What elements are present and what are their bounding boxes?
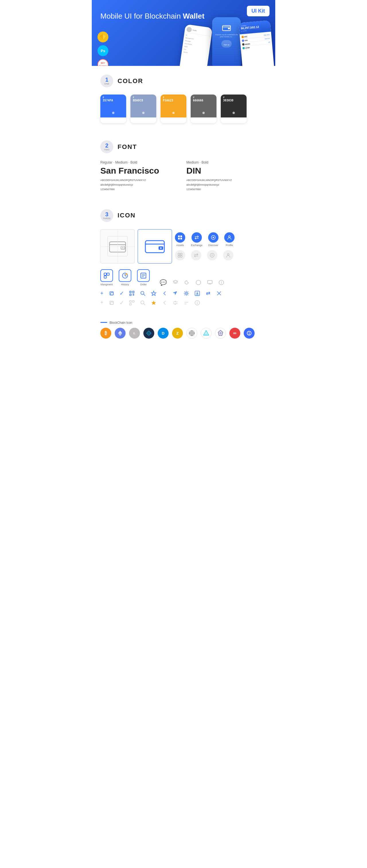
back-icon-grey (162, 300, 167, 306)
svg-rect-25 (104, 273, 106, 275)
svg-rect-46 (130, 294, 131, 295)
svg-text:D: D (162, 331, 164, 336)
section-1-title: COLOR (117, 78, 143, 85)
phone-1: myWallet $6,297,502.12 ▲ 12-2003 BTC 788… (238, 20, 275, 66)
svg-point-17 (228, 236, 230, 238)
font-section-header: 2 TWO FONT (101, 141, 266, 153)
swatch-slate: # 8DA0C8 (131, 95, 156, 123)
info-icon (219, 280, 224, 285)
swatch-dark: # 303030 (221, 95, 247, 123)
back-icon (162, 290, 167, 296)
font-sf-name: San Francisco (101, 166, 181, 176)
qr-icon-grey (129, 300, 135, 306)
svg-rect-20 (178, 255, 180, 257)
svg-point-24 (227, 253, 229, 255)
info-icon-grey (194, 300, 200, 306)
bottom-nav-icons: Mangment History (101, 269, 266, 286)
management-icon-svg (104, 273, 110, 279)
section-2-number: 2 TWO (101, 141, 113, 153)
icon-grid-outline (101, 229, 135, 264)
moon-icon (184, 280, 190, 285)
svg-rect-44 (130, 291, 131, 292)
icon-section: 3 THREE ICON (92, 200, 275, 318)
circle-icon (196, 280, 201, 285)
font-din: Medium · Bold DIN ABCDEFGHIJKLMNOPQRSTUV… (186, 160, 266, 192)
sketch-icon (100, 34, 106, 40)
svg-rect-21 (180, 255, 182, 257)
svg-point-52 (186, 292, 187, 294)
order-icon-box (137, 269, 150, 282)
svg-rect-60 (130, 301, 131, 302)
polygon-icon: ∞ (229, 328, 240, 339)
qtum-icon (186, 328, 197, 339)
section-1-num-label: ONE (104, 83, 109, 85)
star-icon-blue (151, 290, 157, 296)
icon-profile: Profile (224, 232, 234, 247)
history-icon-svg (121, 272, 129, 279)
close-icon-grey (184, 300, 189, 306)
discover-icon-svg (211, 235, 216, 240)
chat2-icon (207, 280, 213, 285)
copy-icon (109, 290, 114, 296)
font-din-label: Medium · Bold (186, 160, 266, 164)
section-2-title: FONT (117, 143, 137, 151)
svg-rect-19 (180, 253, 182, 255)
profile-icon-svg (227, 235, 232, 240)
svg-rect-27 (104, 276, 106, 278)
font-section: 2 TWO FONT Regular · Medium · Bold San F… (92, 132, 275, 200)
svg-text:∞: ∞ (233, 331, 236, 336)
zcash-icon: Z (172, 328, 183, 339)
svg-rect-62 (130, 303, 131, 305)
hero-section: Mobile UI for Blockchain Wallet UI Kit P… (92, 0, 275, 66)
nav-icons-col: Assets Exchange (175, 232, 234, 260)
history-icon-box (119, 269, 131, 282)
plus-icon: + (101, 291, 104, 296)
svg-marker-71 (118, 331, 122, 334)
section-2-num-big: 2 (105, 143, 108, 148)
copy-icon-grey (109, 300, 114, 306)
assets-icon-svg (177, 235, 182, 240)
swap-icon (205, 290, 211, 296)
svg-rect-61 (133, 301, 134, 302)
search-icon (140, 290, 146, 296)
phone-3: Profile AI Management Message Real Estat… (179, 24, 213, 66)
svg-rect-12 (180, 236, 182, 237)
svg-point-10 (160, 247, 162, 249)
ps-label: Ps (101, 49, 105, 53)
svg-point-23 (211, 254, 213, 256)
svg-point-22 (210, 253, 214, 257)
svg-rect-58 (110, 301, 113, 305)
management-icon-box (101, 269, 113, 282)
svg-point-63 (141, 301, 144, 304)
profile-icon-circle (224, 232, 234, 243)
nav-icons-row-filled: Assets Exchange (175, 232, 234, 247)
dash-icon: D (158, 328, 169, 339)
icon-section-header: 3 THREE ICON (101, 209, 266, 222)
color-section-header: 1 ONE COLOR (101, 74, 266, 87)
chat-icon: 💬 (160, 279, 167, 286)
exchange-icon-outline (191, 250, 201, 260)
svg-rect-14 (180, 238, 182, 240)
forward-icon-grey (173, 300, 178, 306)
close-icon (216, 290, 222, 296)
dark-coin-icon (143, 328, 154, 339)
section-3-num-label: THREE (103, 217, 111, 220)
icon-discover: Discover (208, 232, 219, 247)
svg-rect-13 (178, 238, 180, 240)
crypto-icons: ₿ Ł D Z (101, 328, 266, 339)
walton-icon (215, 328, 226, 339)
sketch-badge (97, 32, 108, 42)
font-din-name: DIN (186, 166, 266, 176)
check-icon-grey: ✓ (119, 300, 124, 306)
svg-marker-85 (219, 332, 222, 335)
icon-assets: Assets (175, 232, 185, 247)
blockchain-label: BlockChain Icon (101, 321, 266, 324)
icon-order: Order (137, 269, 150, 286)
font-sf-label: Regular · Medium · Bold (101, 160, 181, 164)
font-sf-chars: ABCDEFGHIJKLMNOPQRSTUVWXYZ abcdefghijklm… (101, 178, 181, 192)
font-grid: Regular · Medium · Bold San Francisco AB… (101, 160, 266, 192)
discover-icon-outline (207, 250, 217, 260)
svg-point-34 (196, 280, 201, 285)
exchange-icon-circle (192, 232, 202, 243)
ethereum-icon (115, 328, 125, 339)
